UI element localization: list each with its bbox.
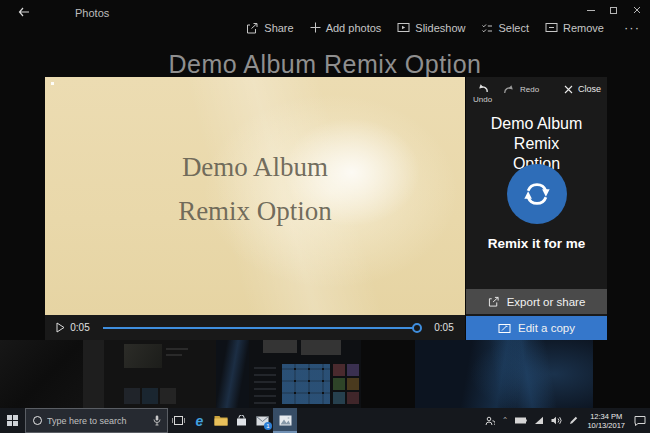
thumbnail-end [593,340,650,408]
taskbar-clock[interactable]: 12:34 PM 10/13/2017 [587,412,625,430]
close-button[interactable] [625,0,648,20]
seek-thumb[interactable] [412,323,422,333]
back-button[interactable] [0,0,48,24]
store-button[interactable] [231,408,252,433]
back-arrow-icon [18,7,30,17]
undo-button[interactable]: Undo [473,83,492,104]
seek-slider[interactable] [103,322,421,334]
total-time: 0:05 [431,322,457,333]
edit-a-copy-button[interactable]: Edit a copy [466,316,607,340]
see-more-button[interactable]: ··· [620,20,644,35]
video-controls: 0:05 0:05 [45,315,465,340]
edge-button[interactable]: e [189,408,210,433]
thumbnail-dark [361,340,415,408]
minimize-button[interactable] [579,0,602,20]
microphone-icon[interactable] [153,415,161,426]
start-button[interactable] [0,408,25,433]
video-progress [103,327,416,329]
edit-label: Edit a copy [518,322,575,334]
file-explorer-icon [214,415,228,426]
undo-icon [477,83,489,94]
share-button[interactable]: Share [246,22,293,34]
remove-icon [545,22,558,33]
close-icon [564,85,573,94]
mail-button[interactable]: 1 [252,408,273,433]
slideshow-button[interactable]: Slideshow [397,22,465,34]
volume-icon[interactable] [551,416,562,425]
window-controls [579,0,648,20]
share-label: Share [264,22,293,34]
export-or-share-button[interactable]: Export or share [466,289,607,314]
video-title-overlay: Demo Album Remix Option [45,77,465,315]
slideshow-label: Slideshow [415,22,465,34]
redo-button[interactable]: Redo [503,84,539,95]
remix-button[interactable] [507,164,567,224]
search-input[interactable] [47,416,153,426]
thumbnail-photo [0,340,83,408]
clock-time: 12:34 PM [587,412,625,421]
select-icon [481,22,493,34]
screen: Photos Share Add photos Slideshow Select [0,0,650,433]
maximize-icon [610,7,617,14]
task-view-icon [172,415,185,426]
maximize-button[interactable] [602,0,625,20]
file-explorer-button[interactable] [210,408,231,433]
panel-title-line1: Demo Album Remix [466,114,607,154]
edit-copy-icon [498,323,511,334]
redo-icon [503,84,515,95]
current-time: 0:05 [67,322,93,333]
taskbar: e 1 ⌃ 12:34 PM 10/13/2017 [0,408,650,433]
undo-label: Undo [473,95,492,104]
battery-icon[interactable] [515,417,527,424]
video-title-line1: Demo Album [182,152,328,183]
background-thumbnail-strip [0,340,650,408]
page-title: Demo Album Remix Option [0,50,650,79]
edge-icon: e [196,414,204,428]
photos-icon [279,415,292,426]
close-label: Close [578,84,601,94]
cortana-icon [33,416,42,425]
redo-label: Redo [520,85,539,94]
select-button[interactable]: Select [481,22,529,34]
thumbnail-start-menu-screenshot [249,340,361,408]
remix-sync-icon [520,177,554,211]
clock-date: 10/13/2017 [587,421,625,430]
video-title-line2: Remix Option [178,196,332,227]
video-frame[interactable]: Demo Album Remix Option [45,77,465,315]
pen-icon[interactable] [569,416,578,425]
panel-close-button[interactable]: Close [564,84,601,94]
remix-panel: Undo Redo Close Demo Album Remix Option … [466,77,607,340]
system-tray: ⌃ 12:34 PM 10/13/2017 [485,408,646,433]
windows-start-icon [7,415,18,426]
video-player[interactable]: Demo Album Remix Option 0:05 0:05 [45,77,465,340]
thumbnail-desktop [216,340,249,408]
remove-label: Remove [563,22,604,34]
slideshow-icon [397,22,410,33]
share-icon [246,22,259,34]
add-photos-button[interactable]: Add photos [310,22,382,34]
minimize-icon [587,10,595,11]
thumbnail-windows-wallpaper [415,340,593,408]
add-icon [310,22,321,33]
app-title: Photos [75,7,109,19]
add-photos-label: Add photos [326,22,382,34]
thumbnail-photos-app-screenshot [104,340,216,408]
remix-caption: Remix it for me [466,236,607,251]
play-button[interactable] [53,322,67,333]
close-icon [633,6,641,14]
photos-app-button[interactable] [273,408,297,433]
command-toolbar: Share Add photos Slideshow Select Remove… [246,20,644,35]
network-icon[interactable] [534,416,544,425]
task-view-button[interactable] [168,408,189,433]
share-icon [488,296,500,307]
taskbar-search[interactable] [25,408,168,433]
store-icon [236,415,247,426]
thumbnail-gray [83,340,104,408]
chevron-up-icon[interactable]: ⌃ [502,417,509,424]
remove-button[interactable]: Remove [545,22,604,34]
action-center-icon[interactable] [634,415,646,426]
play-icon [56,322,65,333]
people-icon[interactable] [485,416,495,426]
select-label: Select [498,22,529,34]
export-label: Export or share [507,296,586,308]
